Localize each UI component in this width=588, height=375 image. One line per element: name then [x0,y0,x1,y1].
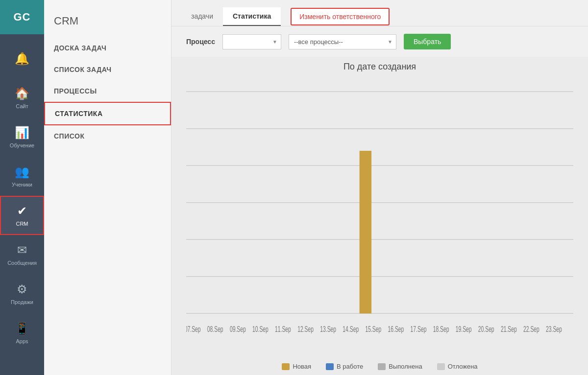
sidebar: CRM ДОСКА ЗАДАЧ СПИСОК ЗАДАЧ ПРОЦЕССЫ СТ… [44,0,172,375]
navigation-bar: GC 🔔 🏠 Сайт 📊 Обучение 👥 Ученики ✔ CRM ✉… [0,0,44,375]
svg-text:07.Sep: 07.Sep [186,325,201,334]
legend-item-deferred: Отложена [437,363,478,370]
legend-label-done: Выполнена [389,363,422,370]
svg-text:14.Sep: 14.Sep [343,325,359,334]
tabs-bar: задачи Статистика Изменить ответственног… [172,0,588,26]
chart-legend: Новая В работе Выполнена Отложена [186,358,573,375]
nav-label-apps: Apps [16,338,28,344]
nav-item-site[interactable]: 🏠 Сайт [0,78,44,117]
dropdown1-wrapper [222,34,281,49]
legend-item-new: Новая [282,363,311,370]
legend-item-done: Выполнена [378,363,422,370]
tab-tasks[interactable]: задачи [181,7,223,26]
legend-color-new [282,363,290,370]
svg-text:16.Sep: 16.Sep [388,325,404,334]
gear-icon: ⚙ [17,282,27,296]
crm-icon: ✔ [17,204,27,218]
nav-item-apps[interactable]: 📱 Apps [0,313,44,352]
change-responsible-button[interactable]: Изменить ответственного [291,8,390,25]
legend-item-inprogress: В работе [326,363,363,370]
nav-label-learning: Обучение [10,142,34,148]
nav-item-students[interactable]: 👥 Ученики [0,157,44,196]
filter-dropdown-process[interactable]: --все процессы-- [289,34,396,49]
svg-text:08.Sep: 08.Sep [207,325,223,334]
chart-area: 07.Sep 08.Sep 09.Sep 10.Sep 11.Sep 12.Se… [186,77,573,358]
select-button[interactable]: Выбрать [404,34,451,49]
nav-label-students: Ученики [12,182,32,188]
envelope-icon: ✉ [17,243,27,257]
dropdown2-wrapper: --все процессы-- [289,34,396,49]
svg-text:17.Sep: 17.Sep [411,325,427,334]
sidebar-item-list[interactable]: СПИСОК ЗАДАЧ [44,59,171,80]
bell-icon: 🔔 [15,52,29,66]
legend-color-deferred [437,363,445,370]
mobile-icon: 📱 [15,322,29,335]
chart-bar-14sep [360,151,371,313]
nav-label-sales: Продажи [11,299,33,305]
legend-label-new: Новая [293,363,311,370]
svg-text:11.Sep: 11.Sep [275,325,291,334]
tab-statistics[interactable]: Статистика [223,7,281,26]
logo-text: GC [14,11,31,23]
nav-item-crm[interactable]: ✔ CRM [0,196,44,235]
app-logo[interactable]: GC [0,0,44,34]
process-label: Процесс [186,38,215,46]
sidebar-item-statistics[interactable]: СТАТИСТИКА [44,102,171,125]
nav-label-crm: CRM [16,221,28,227]
legend-label-inprogress: В работе [337,363,363,370]
main-content: задачи Статистика Изменить ответственног… [172,0,588,375]
legend-color-inprogress [326,363,334,370]
chart-svg: 07.Sep 08.Sep 09.Sep 10.Sep 11.Sep 12.Se… [186,77,573,358]
svg-text:18.Sep: 18.Sep [433,325,449,334]
home-icon: 🏠 [15,87,29,100]
sidebar-item-processes[interactable]: ПРОЦЕССЫ [44,80,171,102]
svg-text:13.Sep: 13.Sep [320,325,336,334]
svg-text:19.Sep: 19.Sep [456,325,472,334]
filter-bar: Процесс --все процессы-- Выбрать [172,26,588,57]
users-icon: 👥 [15,165,29,179]
legend-color-done [378,363,386,370]
svg-text:22.Sep: 22.Sep [523,325,539,334]
nav-label-site: Сайт [16,103,28,109]
svg-text:09.Sep: 09.Sep [230,325,246,334]
sidebar-item-listing[interactable]: СПИСОК [44,125,171,147]
nav-item-sales[interactable]: ⚙ Продажи [0,274,44,313]
svg-text:23.Sep: 23.Sep [546,325,562,334]
svg-text:15.Sep: 15.Sep [365,325,381,334]
nav-label-messages: Сообщения [7,260,37,266]
chart-icon: 📊 [15,126,29,140]
legend-label-deferred: Отложена [448,363,478,370]
nav-item-messages[interactable]: ✉ Сообщения [0,235,44,274]
chart-title: По дате создания [186,62,573,72]
svg-text:12.Sep: 12.Sep [297,325,314,334]
chart-section: По дате создания 07.Sep 08.Sep 09.Sep 10… [172,57,588,375]
svg-text:20.Sep: 20.Sep [478,325,494,334]
nav-item-bell[interactable]: 🔔 [0,39,44,78]
svg-text:10.Sep: 10.Sep [252,325,269,334]
nav-item-learning[interactable]: 📊 Обучение [0,117,44,157]
svg-text:21.Sep: 21.Sep [501,325,517,334]
sidebar-title: CRM [44,10,171,37]
filter-dropdown1[interactable] [222,34,281,49]
sidebar-item-board[interactable]: ДОСКА ЗАДАЧ [44,37,171,59]
